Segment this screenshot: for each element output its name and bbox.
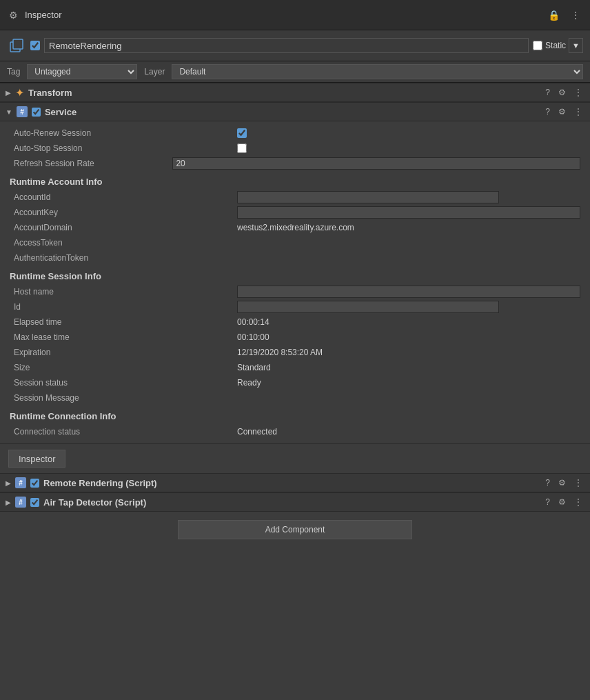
title-bar-title: Inspector xyxy=(25,10,61,20)
layer-label: Layer xyxy=(144,67,165,77)
expiration-label: Expiration xyxy=(10,348,237,357)
add-component-wrap: Add Component xyxy=(0,512,590,548)
remote-rendering-more-button[interactable]: ⋮ xyxy=(572,477,584,488)
air-tap-help-button[interactable]: ? xyxy=(543,497,552,508)
air-tap-enabled-checkbox[interactable] xyxy=(30,498,39,507)
tag-select[interactable]: Untagged xyxy=(27,64,137,79)
account-key-input[interactable] xyxy=(237,206,580,219)
host-name-input[interactable] xyxy=(237,286,580,298)
account-domain-label: AccountDomain xyxy=(10,223,237,232)
auto-renew-checkbox[interactable] xyxy=(237,128,247,138)
title-bar-actions: 🔒 ⋮ xyxy=(545,8,583,22)
service-component-header[interactable]: ▼ # Service ? ⚙ ⋮ xyxy=(0,102,590,121)
connection-status-row: Connection status Connected xyxy=(10,424,580,439)
auto-stop-row: Auto-Stop Session xyxy=(10,141,580,156)
air-tap-script-name: Air Tap Detector (Script) xyxy=(43,497,539,508)
service-chevron-icon: ▼ xyxy=(6,108,12,116)
service-more-button[interactable]: ⋮ xyxy=(572,106,584,117)
title-bar: ⚙ Inspector 🔒 ⋮ xyxy=(0,0,590,30)
host-name-row: Host name xyxy=(10,284,580,299)
air-tap-hash-icon: # xyxy=(15,497,26,508)
transform-help-button[interactable]: ? xyxy=(543,87,552,98)
account-id-input[interactable] xyxy=(237,191,499,203)
session-status-value: Ready xyxy=(237,378,580,388)
service-content: Auto-Renew Session Auto-Stop Session Ref… xyxy=(0,121,590,444)
static-checkbox[interactable] xyxy=(533,41,542,50)
static-label: Static xyxy=(545,41,566,50)
lock-button[interactable]: 🔒 xyxy=(545,8,562,22)
inspector-button[interactable]: Inspector xyxy=(8,450,65,468)
auth-token-label: AuthenticationToken xyxy=(10,253,237,263)
auto-renew-row: Auto-Renew Session xyxy=(10,126,580,141)
service-settings-button[interactable]: ⚙ xyxy=(556,106,568,117)
remote-rendering-enabled-checkbox[interactable] xyxy=(30,479,39,488)
remote-rendering-settings-button[interactable]: ⚙ xyxy=(556,477,568,488)
gameobject-enabled-checkbox[interactable] xyxy=(30,41,40,50)
auto-renew-label: Auto-Renew Session xyxy=(10,128,237,138)
session-message-label: Session Message xyxy=(10,393,237,403)
size-row: Size Standard xyxy=(10,360,580,375)
inspector-icon: ⚙ xyxy=(7,9,19,21)
static-wrap: Static ▼ xyxy=(533,38,583,53)
connection-status-value: Connected xyxy=(237,427,580,437)
auto-stop-checkbox[interactable] xyxy=(237,143,247,153)
inspector-button-wrap: Inspector xyxy=(0,444,590,473)
access-token-row: AccessToken xyxy=(10,235,580,250)
max-lease-time-label: Max lease time xyxy=(10,332,237,342)
air-tap-actions: ? ⚙ ⋮ xyxy=(543,497,584,508)
remote-rendering-help-button[interactable]: ? xyxy=(543,477,552,488)
elapsed-time-value: 00:00:14 xyxy=(237,317,580,327)
runtime-account-info-heading: Runtime Account Info xyxy=(10,171,580,190)
size-label: Size xyxy=(10,363,237,372)
gameobject-name-input[interactable] xyxy=(44,38,529,53)
account-id-row: AccountId xyxy=(10,190,580,205)
transform-component-header[interactable]: ▶ ✦ Transform ? ⚙ ⋮ xyxy=(0,83,590,102)
refresh-rate-label: Refresh Session Rate xyxy=(10,159,172,168)
more-button[interactable]: ⋮ xyxy=(568,8,583,22)
id-input[interactable] xyxy=(237,301,499,313)
account-key-label: AccountKey xyxy=(10,208,237,217)
account-domain-value: westus2.mixedreality.azure.com xyxy=(237,223,580,232)
remote-rendering-script-actions: ? ⚙ ⋮ xyxy=(543,477,584,488)
air-tap-settings-button[interactable]: ⚙ xyxy=(556,497,568,508)
session-status-label: Session status xyxy=(10,378,237,388)
expiration-row: Expiration 12/19/2020 8:53:20 AM xyxy=(10,345,580,360)
service-enabled-checkbox[interactable] xyxy=(32,108,41,117)
air-tap-detector-script-header[interactable]: ▶ # Air Tap Detector (Script) ? ⚙ ⋮ xyxy=(0,492,590,512)
add-component-button[interactable]: Add Component xyxy=(178,520,412,539)
service-actions: ? ⚙ ⋮ xyxy=(543,106,584,117)
max-lease-time-value: 00:10:00 xyxy=(237,332,580,342)
runtime-session-info-heading: Runtime Session Info xyxy=(10,266,580,284)
air-tap-more-button[interactable]: ⋮ xyxy=(572,497,584,508)
tag-label: Tag xyxy=(7,67,20,77)
transform-more-button[interactable]: ⋮ xyxy=(572,87,584,98)
elapsed-time-row: Elapsed time 00:00:14 xyxy=(10,314,580,330)
remote-rendering-hash-icon: # xyxy=(15,477,26,488)
runtime-connection-info-heading: Runtime Connection Info xyxy=(10,406,580,424)
account-id-label: AccountId xyxy=(10,192,237,202)
transform-chevron-icon: ▶ xyxy=(6,89,11,97)
transform-component-name: Transform xyxy=(28,88,539,98)
id-label: Id xyxy=(10,302,237,312)
expiration-value: 12/19/2020 8:53:20 AM xyxy=(237,348,580,357)
static-dropdown-button[interactable]: ▼ xyxy=(569,38,583,53)
max-lease-time-row: Max lease time 00:10:00 xyxy=(10,330,580,345)
transform-icon: ✦ xyxy=(15,86,24,99)
remote-rendering-chevron-icon: ▶ xyxy=(6,479,11,487)
service-help-button[interactable]: ? xyxy=(543,106,552,117)
refresh-rate-input[interactable] xyxy=(172,157,580,170)
transform-settings-button[interactable]: ⚙ xyxy=(556,87,568,98)
session-message-row: Session Message xyxy=(10,390,580,406)
remote-rendering-script-name: Remote Rendering (Script) xyxy=(43,478,539,488)
svg-rect-1 xyxy=(13,39,23,49)
layer-select[interactable]: Default xyxy=(172,64,583,79)
service-hash-icon: # xyxy=(17,106,28,117)
access-token-label: AccessToken xyxy=(10,238,237,248)
account-domain-row: AccountDomain westus2.mixedreality.azure… xyxy=(10,220,580,235)
remote-rendering-script-header[interactable]: ▶ # Remote Rendering (Script) ? ⚙ ⋮ xyxy=(0,473,590,492)
gameobject-row: Static ▼ xyxy=(0,30,590,61)
account-key-row: AccountKey xyxy=(10,205,580,220)
tag-layer-row: Tag Untagged Layer Default xyxy=(0,61,590,83)
auto-stop-label: Auto-Stop Session xyxy=(10,143,237,153)
auth-token-row: AuthenticationToken xyxy=(10,250,580,266)
